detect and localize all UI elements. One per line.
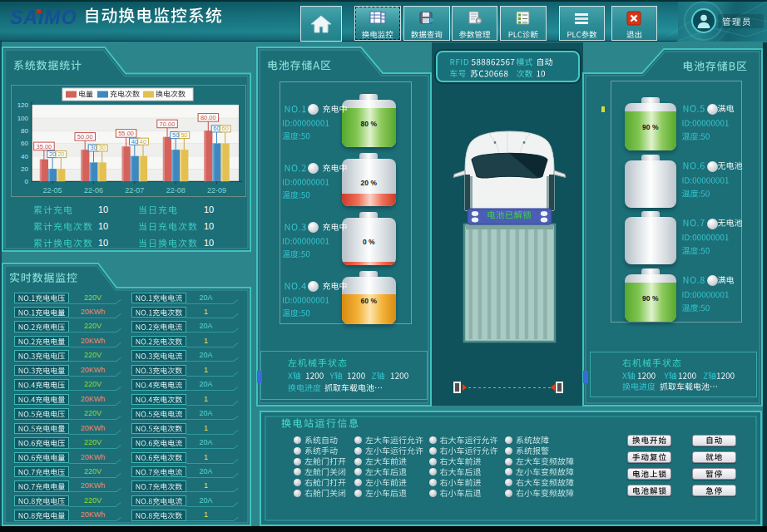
svg-text:50: 50	[172, 131, 179, 139]
svg-text:0: 0	[25, 178, 29, 185]
svg-text:80: 80	[21, 127, 28, 135]
svg-text:20: 20	[21, 165, 28, 173]
svg-text:40: 40	[21, 153, 28, 160]
svg-text:22-06: 22-06	[84, 186, 103, 195]
svg-text:30: 30	[90, 144, 96, 151]
svg-text:20: 20	[57, 150, 64, 158]
svg-text:60: 60	[222, 125, 229, 132]
svg-text:22-07: 22-07	[125, 186, 144, 195]
svg-text:80.00: 80.00	[200, 114, 216, 121]
svg-text:22-09: 22-09	[207, 186, 226, 195]
svg-text:100: 100	[17, 115, 29, 122]
svg-text:40: 40	[131, 138, 138, 145]
svg-text:50: 50	[181, 131, 187, 139]
svg-text:22-08: 22-08	[166, 186, 186, 195]
svg-text:60: 60	[21, 140, 28, 147]
svg-text:120: 120	[17, 101, 29, 109]
svg-text:30: 30	[99, 144, 106, 151]
svg-text:40: 40	[140, 138, 146, 145]
svg-text:50.00: 50.00	[77, 133, 93, 140]
svg-text:70.00: 70.00	[160, 121, 176, 128]
svg-text:35.00: 35.00	[37, 143, 52, 150]
svg-text:55.00: 55.00	[118, 130, 134, 137]
svg-text:60: 60	[213, 125, 220, 132]
svg-text:22-05: 22-05	[43, 186, 62, 195]
svg-text:20: 20	[49, 150, 56, 158]
